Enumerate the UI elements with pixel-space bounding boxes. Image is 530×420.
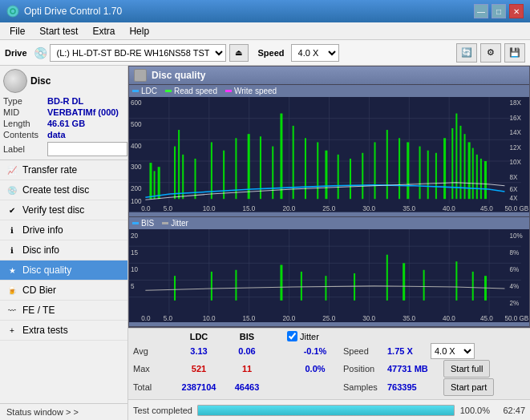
svg-text:35.0: 35.0 <box>403 205 415 212</box>
nav-item-cd-bier[interactable]: 🍺 CD Bier <box>0 281 127 301</box>
svg-rect-118 <box>325 276 326 301</box>
maximize-button[interactable]: □ <box>492 4 506 18</box>
titlebar-controls: — □ ✕ <box>474 4 524 18</box>
nav-label-transfer-rate: Transfer rate <box>22 164 77 176</box>
legend-bis: BIS <box>132 219 154 228</box>
nav-item-create-test-disc[interactable]: 💿 Create test disc <box>0 180 127 200</box>
start-part-button[interactable]: Start part <box>443 378 494 396</box>
disc-panel-title: Disc <box>30 75 51 87</box>
disc-panel-header: Disc <box>3 69 124 93</box>
nav-item-disc-info[interactable]: ℹ Disc info <box>0 240 127 260</box>
progress-label: Test completed <box>133 406 192 415</box>
svg-rect-122 <box>423 269 425 300</box>
eject-button[interactable]: ⏏ <box>229 44 249 62</box>
position-label: Position <box>343 364 387 374</box>
extra-tests-icon: + <box>6 325 18 336</box>
svg-text:0.0: 0.0 <box>141 205 151 212</box>
total-bis-val: 46463 <box>223 382 271 392</box>
menu-extra[interactable]: Extra <box>86 24 121 38</box>
svg-text:5.0: 5.0 <box>164 205 173 212</box>
nav-item-extra-tests[interactable]: + Extra tests <box>0 321 127 341</box>
svg-rect-114 <box>211 272 212 301</box>
speed-label: Speed <box>258 48 285 58</box>
nav-item-fe-te[interactable]: 〰 FE / TE <box>0 301 127 321</box>
nav-item-drive-info[interactable]: ℹ Drive info <box>0 220 127 240</box>
nav-label-fe-te: FE / TE <box>22 305 55 316</box>
stats-ldc-header: LDC <box>175 332 223 341</box>
disc-type-row: Type BD-R DL <box>3 96 124 106</box>
svg-text:0.0: 0.0 <box>141 314 151 322</box>
jitter-checkbox-label: Jitter <box>287 331 343 341</box>
progress-percent: 100.0% <box>459 406 490 415</box>
write-legend-label: Write speed <box>234 87 277 95</box>
charts-container: LDC Read speed Write speed <box>129 85 529 327</box>
svg-text:20: 20 <box>131 231 138 239</box>
menu-start-test[interactable]: Start test <box>33 24 84 38</box>
svg-rect-52 <box>260 136 261 199</box>
progress-time: 62:47 <box>495 406 525 415</box>
total-label: Total <box>133 382 175 392</box>
nav-label-drive-info: Drive info <box>22 224 63 236</box>
svg-text:25.0: 25.0 <box>322 314 335 322</box>
nav-item-disc-quality[interactable]: ★ Disc quality <box>0 260 127 281</box>
svg-text:10: 10 <box>131 265 138 273</box>
drive-select[interactable]: (L:) HL-DT-ST BD-RE WH16NS58 TST4 <box>50 44 226 62</box>
svg-rect-75 <box>472 148 474 200</box>
avg-label: Avg <box>133 346 175 356</box>
bis-chart-canvas: 20 15 10 5 10% 8% 6% 4% 2% 0.0 <box>129 229 529 322</box>
svg-rect-124 <box>472 272 474 301</box>
svg-rect-53 <box>272 147 273 200</box>
svg-text:30.0: 30.0 <box>362 314 375 322</box>
svg-rect-120 <box>386 254 388 300</box>
disc-contents-key: Contents <box>3 130 47 139</box>
svg-text:4X: 4X <box>510 195 518 202</box>
svg-text:100: 100 <box>131 198 142 205</box>
svg-text:300: 300 <box>131 164 142 171</box>
settings-button[interactable]: ⚙ <box>480 43 501 63</box>
svg-text:5: 5 <box>131 282 135 290</box>
minimize-button[interactable]: — <box>474 4 488 18</box>
svg-text:45.0: 45.0 <box>480 314 493 322</box>
main-layout: Disc Type BD-R DL MID VERBATIMf (000) Le… <box>0 66 530 420</box>
samples-label: Samples <box>343 382 387 392</box>
svg-text:35.0: 35.0 <box>403 314 415 322</box>
status-window-button[interactable]: Status window > > <box>6 407 121 417</box>
refresh-button[interactable]: 🔄 <box>456 43 477 63</box>
svg-rect-113 <box>174 276 176 301</box>
svg-text:45.0: 45.0 <box>480 205 493 212</box>
position-val: 47731 MB <box>387 364 443 374</box>
disc-label-input[interactable] <box>47 142 127 156</box>
svg-text:18X: 18X <box>510 99 522 107</box>
nav-label-disc-info: Disc info <box>22 244 59 256</box>
jitter-checkbox[interactable] <box>287 331 297 341</box>
svg-rect-44 <box>174 147 176 200</box>
nav-label-extra-tests: Extra tests <box>22 325 68 336</box>
svg-rect-119 <box>354 273 355 301</box>
speed-select[interactable]: 4.0 X <box>291 44 339 62</box>
svg-rect-116 <box>280 265 282 300</box>
save-button[interactable]: 💾 <box>504 43 525 63</box>
max-bis-val: 11 <box>223 364 271 374</box>
svg-text:2%: 2% <box>510 299 520 307</box>
ldc-chart-canvas: 600 500 400 300 200 100 18X 16X 14X 12X … <box>129 97 529 212</box>
disc-icon <box>3 69 27 93</box>
svg-text:10X: 10X <box>510 159 522 166</box>
nav-item-verify-test-disc[interactable]: ✔ Verify test disc <box>0 200 127 220</box>
status-window-label: Status window > > <box>6 407 79 417</box>
svg-text:6X: 6X <box>510 186 518 193</box>
start-full-button[interactable]: Start full <box>443 360 490 378</box>
svg-rect-69 <box>443 138 446 199</box>
svg-rect-117 <box>301 272 302 301</box>
menu-help[interactable]: Help <box>123 24 156 38</box>
content-area: Disc quality LDC Read speed <box>128 66 530 420</box>
menu-file[interactable]: File <box>3 24 31 38</box>
nav-item-transfer-rate[interactable]: 📈 Transfer rate <box>0 160 127 180</box>
jitter-label: Jitter <box>300 332 319 341</box>
bis-chart-svg: 20 15 10 5 10% 8% 6% 4% 2% 0.0 <box>129 229 529 322</box>
speed-stat-dropdown[interactable]: 4.0 X <box>431 343 475 359</box>
close-button[interactable]: ✕ <box>509 4 524 18</box>
disc-mid-key: MID <box>3 107 47 117</box>
ldc-chart-svg: 600 500 400 300 200 100 18X 16X 14X 12X … <box>129 97 529 212</box>
svg-rect-42 <box>154 171 156 199</box>
svg-rect-65 <box>407 142 409 199</box>
